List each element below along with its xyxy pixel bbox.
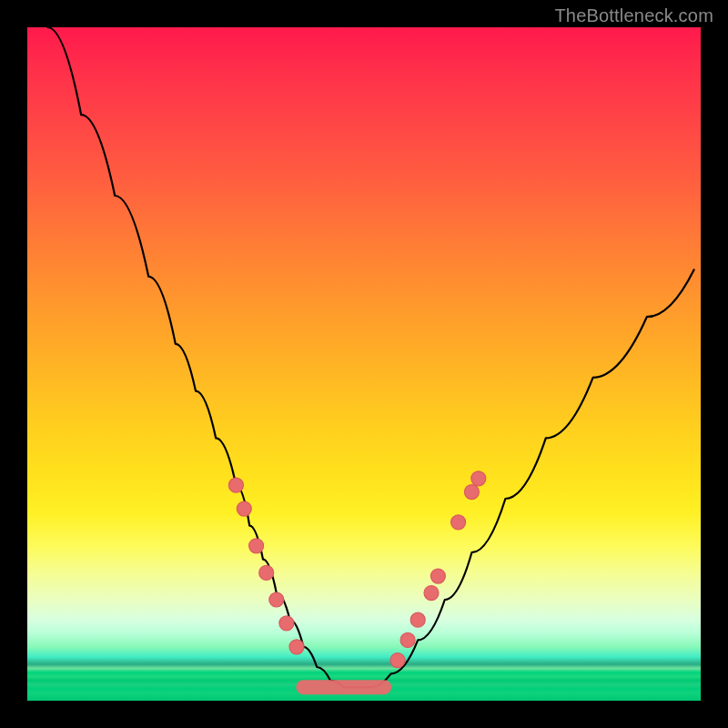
- marker-dot: [228, 478, 243, 492]
- markers-right-group: [390, 471, 486, 668]
- bottleneck-curve: [47, 27, 693, 687]
- marker-dot: [259, 565, 274, 580]
- marker-dot: [279, 616, 294, 631]
- chart-frame: TheBottleneck.com: [0, 0, 728, 728]
- marker-dot: [289, 640, 304, 654]
- markers-left-group: [228, 478, 304, 654]
- marker-dot: [464, 485, 479, 500]
- marker-dot: [400, 632, 415, 647]
- marker-dot: [269, 592, 284, 607]
- marker-dot: [237, 501, 251, 516]
- marker-dot: [451, 515, 466, 530]
- marker-dot: [410, 612, 425, 627]
- marker-dot: [471, 471, 486, 486]
- marker-dot: [390, 653, 405, 668]
- marker-dot: [249, 539, 264, 553]
- chart-overlay: [27, 27, 701, 701]
- marker-dot: [424, 586, 439, 601]
- watermark-text: TheBottleneck.com: [554, 5, 713, 26]
- marker-dot: [430, 569, 445, 583]
